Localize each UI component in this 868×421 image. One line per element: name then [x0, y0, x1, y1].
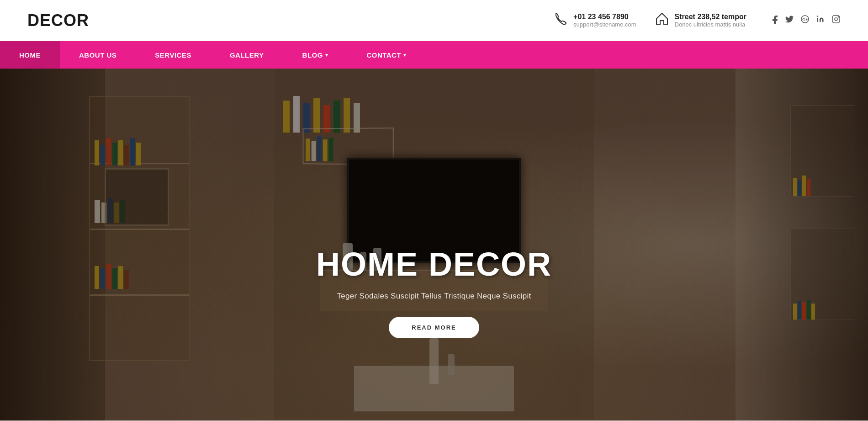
hero-title: HOME DECOR	[251, 246, 617, 282]
hero-content: HOME DECOR Teger Sodales Suscipit Tellus…	[251, 246, 617, 338]
home-icon	[655, 11, 669, 29]
facebook-icon[interactable]	[769, 15, 778, 26]
nav-about[interactable]: ABOUT US	[60, 41, 136, 69]
hero-subtitle: Teger Sodales Suscipit Tellus Tristique …	[251, 292, 617, 301]
linkedin-icon[interactable]	[816, 15, 825, 26]
google-icon[interactable]: G+	[800, 15, 810, 26]
instagram-icon[interactable]	[831, 15, 841, 26]
phone-number: +01 23 456 7890	[573, 13, 636, 21]
nav-contact[interactable]: CONTACT ▾	[347, 41, 425, 69]
phone-contact: +01 23 456 7890 support@sitename.com	[553, 11, 636, 29]
nav-gallery[interactable]: GALLERY	[211, 41, 283, 69]
nav-blog[interactable]: BLOG ▾	[283, 41, 348, 69]
contact-info: +01 23 456 7890 support@sitename.com Str…	[553, 11, 746, 29]
contact-dropdown-icon: ▾	[403, 52, 407, 58]
social-icons: G+	[769, 15, 841, 26]
nav-home[interactable]: HOME	[0, 41, 60, 69]
phone-icon	[553, 11, 568, 29]
address-line2: Donec ultricies mattis nulla	[675, 21, 746, 28]
email-address: support@sitename.com	[573, 21, 636, 28]
site-logo[interactable]: DECOR	[27, 11, 89, 30]
address-line1: Street 238,52 tempor	[675, 13, 746, 21]
hero-overlay	[0, 69, 868, 421]
read-more-button[interactable]: READ MORE	[389, 317, 479, 338]
address-details: Street 238,52 tempor Donec ultricies mat…	[675, 13, 746, 28]
svg-text:G+: G+	[802, 17, 808, 22]
svg-point-4	[835, 18, 837, 21]
nav-services[interactable]: SERVICES	[136, 41, 211, 69]
twitter-icon[interactable]	[785, 15, 794, 26]
top-bar: DECOR +01 23 456 7890 support@sitename.c…	[0, 0, 868, 41]
navbar: HOME ABOUT US SERVICES GALLERY BLOG ▾ CO…	[0, 41, 868, 69]
address-contact: Street 238,52 tempor Donec ultricies mat…	[655, 11, 746, 29]
svg-point-2	[817, 16, 818, 17]
hero-section: HOME DECOR Teger Sodales Suscipit Tellus…	[0, 69, 868, 421]
svg-point-5	[838, 16, 839, 17]
phone-details: +01 23 456 7890 support@sitename.com	[573, 13, 636, 28]
blog-dropdown-icon: ▾	[325, 52, 328, 58]
